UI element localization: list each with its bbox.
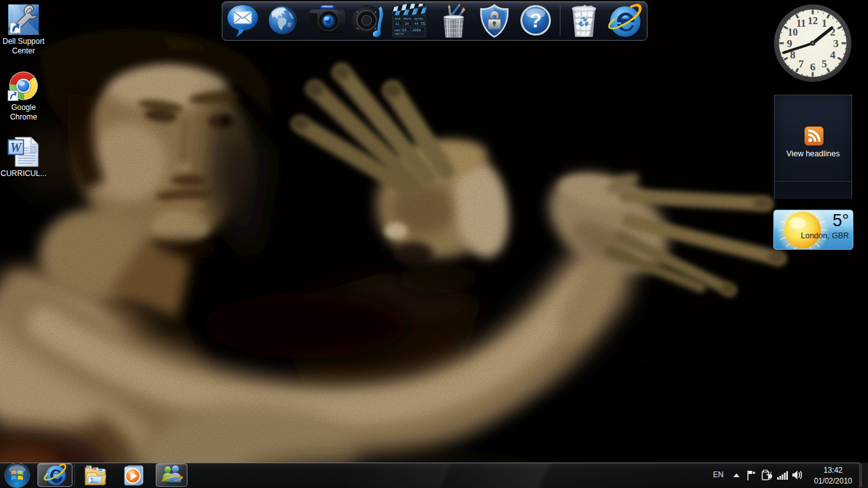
- svg-text:2008: 2008: [412, 28, 421, 32]
- svg-text:5: 5: [822, 58, 827, 70]
- svg-text:44 55: 44 55: [414, 22, 425, 26]
- svg-text:DATE: DATE: [395, 29, 401, 32]
- svg-text:7: 7: [799, 58, 804, 70]
- svg-text:11: 11: [796, 18, 806, 29]
- svg-text:MINUTE: MINUTE: [403, 18, 411, 20]
- svg-text:?: ?: [530, 10, 542, 32]
- svg-text:SECOND: SECOND: [414, 18, 423, 20]
- svg-text:03: 03: [402, 28, 407, 32]
- svg-text:4: 4: [830, 49, 836, 61]
- svg-text:34: 34: [405, 22, 409, 26]
- svg-text:6: 6: [810, 61, 816, 73]
- svg-text:HOUR: HOUR: [395, 18, 401, 20]
- svg-text:DIRECTOR: DIRECTOR: [395, 33, 404, 36]
- svg-text:12: 12: [808, 15, 818, 26]
- svg-text:W: W: [10, 140, 22, 154]
- svg-text:3: 3: [833, 37, 839, 50]
- svg-text:1: 1: [822, 17, 827, 29]
- svg-text:9: 9: [787, 37, 792, 50]
- svg-text:11: 11: [395, 22, 400, 26]
